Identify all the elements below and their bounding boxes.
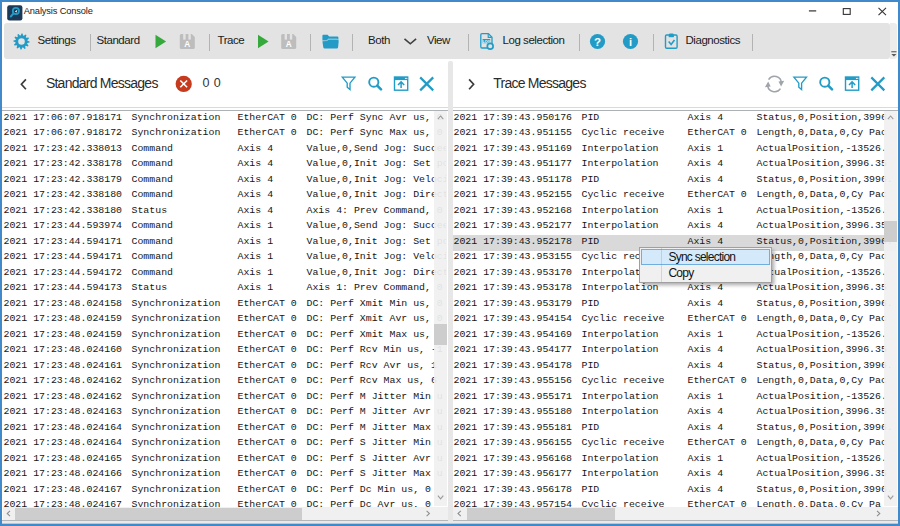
svg-text:?: ? bbox=[594, 36, 601, 48]
svg-text:A: A bbox=[286, 40, 292, 49]
svg-text:i: i bbox=[629, 36, 632, 48]
svg-text:A: A bbox=[184, 40, 190, 49]
